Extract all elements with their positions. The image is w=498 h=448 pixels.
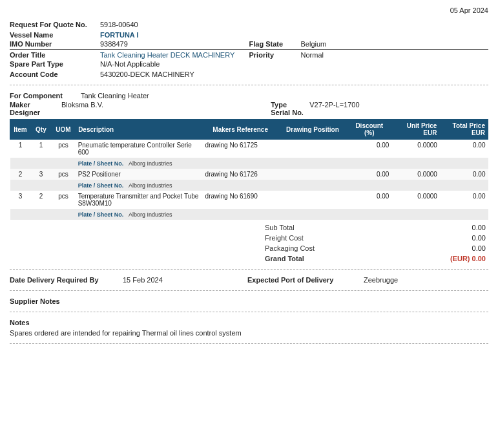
cell-desc: Temperature Transmitter and Pocket Tube … <box>76 191 203 209</box>
order-label: Order Title <box>10 51 100 59</box>
grand-total-row: Grand Total (EUR) 0.00 <box>262 253 488 264</box>
plate-value: Alborg Industries <box>129 211 172 218</box>
cell-item: 1 <box>10 140 31 158</box>
notes-section: Notes Spares ordered are intended for re… <box>10 319 488 337</box>
cell-drawpos <box>278 140 347 158</box>
priority-value: Normal <box>301 51 489 59</box>
table-row: 1 1 pcs Pneumatic temperature Controller… <box>10 140 488 158</box>
cell-desc: Pneumatic temperature Controller Serie 6… <box>76 140 203 158</box>
flag-value: Belgium <box>301 40 489 48</box>
cell-qty: 3 <box>30 169 51 180</box>
port-value: Zeebrugge <box>364 276 488 284</box>
flag-label: Flag State <box>249 40 301 48</box>
col-header-unitprice: Unit Price EUR <box>391 120 440 140</box>
supplier-notes-value <box>123 297 488 305</box>
maker-value: Bloksma B.V. <box>61 101 271 109</box>
cell-uom: pcs <box>51 140 75 158</box>
plate-value: Alborg Industries <box>129 182 172 189</box>
subtotal-value: 0.00 <box>472 224 486 231</box>
account-label: Account Code <box>10 70 100 78</box>
serial-label: Serial No. <box>271 109 309 116</box>
cell-totalprice: 0.00 <box>440 140 488 158</box>
notes-text: Spares ordered are intended for repairin… <box>10 329 488 337</box>
packaging-value: 0.00 <box>472 244 486 252</box>
rfq-value: 5918-00640 <box>100 21 488 28</box>
table-sub-row: Plate / Sheet No. Alborg Industries <box>10 158 488 169</box>
priority-label: Priority <box>249 51 301 59</box>
col-header-discount: Discount (%) <box>347 120 391 140</box>
for-component-value: Tank Cleaning Heater <box>81 92 488 100</box>
packaging-row: Packaging Cost 0.00 <box>262 243 488 253</box>
header-section: Request For Quote No. 5918-00640 Vessel … <box>10 19 488 80</box>
port-label: Expected Port of Delivery <box>247 276 364 284</box>
spare-label: Spare Part Type <box>10 60 100 68</box>
items-table: Item Qty UOM Description Makers Referenc… <box>10 119 488 220</box>
totals-section: Sub Total 0.00 Freight Cost 0.00 Packagi… <box>10 222 488 264</box>
cell-unitprice: 0.0000 <box>391 140 440 158</box>
col-header-item: Item <box>10 120 31 140</box>
spare-value: N/A-Not Applicable <box>100 60 488 68</box>
cell-qty: 1 <box>30 140 51 158</box>
cell-item: 3 <box>10 191 31 209</box>
imo-value: 9388479 <box>100 40 249 48</box>
plate-info: Plate / Sheet No. Alborg Industries <box>76 158 278 169</box>
cell-drawpos <box>278 191 347 209</box>
order-value: Tank Cleaning Heater DECK MACHINERY <box>100 51 249 59</box>
cell-uom: pcs <box>51 191 75 209</box>
packaging-label: Packaging Cost <box>265 244 315 252</box>
maker-label: Maker <box>10 101 61 109</box>
table-sub-row: Plate / Sheet No. Alborg Industries <box>10 209 488 220</box>
designer-label: Designer <box>10 109 61 116</box>
col-header-desc: Description <box>76 120 203 140</box>
imo-label: IMO Number <box>10 40 100 48</box>
serial-value <box>309 109 488 116</box>
col-header-mkref: Makers Reference <box>203 120 278 140</box>
plate-label: Plate / Sheet No. <box>78 211 127 218</box>
plate-info: Plate / Sheet No. Alborg Industries <box>76 209 278 220</box>
cell-discount: 0.00 <box>347 169 391 180</box>
document-date: 05 Apr 2024 <box>10 6 488 14</box>
freight-value: 0.00 <box>472 234 486 242</box>
cell-mkref: drawing No 61726 <box>203 169 278 180</box>
cell-discount: 0.00 <box>347 140 391 158</box>
footer-section: Date Delivery Required By 15 Feb 2024 Ex… <box>10 275 488 285</box>
table-row: 3 2 pcs Temperature Transmitter and Pock… <box>10 191 488 209</box>
col-header-totalprice: Total Price EUR <box>440 120 488 140</box>
subtotal-label: Sub Total <box>265 224 295 231</box>
cell-mkref: drawing No 61725 <box>203 140 278 158</box>
for-component-label: For Component <box>10 92 81 100</box>
delivery-label: Date Delivery Required By <box>10 276 123 284</box>
component-section: For Component Tank Cleaning Heater Maker… <box>10 91 488 116</box>
cell-item: 2 <box>10 169 31 180</box>
col-header-uom: UOM <box>51 120 75 140</box>
cell-uom: pcs <box>51 169 75 180</box>
rfq-label: Request For Quote No. <box>10 21 100 28</box>
vessel-value: FORTUNA I <box>100 31 488 39</box>
cell-unitprice: 0.0000 <box>391 169 440 180</box>
plate-label: Plate / Sheet No. <box>78 160 127 167</box>
grand-total-value: (EUR) 0.00 <box>450 255 486 262</box>
delivery-value: 15 Feb 2024 <box>123 276 247 284</box>
cell-unitprice: 0.0000 <box>391 191 440 209</box>
plate-label: Plate / Sheet No. <box>78 182 127 189</box>
table-sub-row: Plate / Sheet No. Alborg Industries <box>10 180 488 191</box>
account-value: 5430200-DECK MACHINERY <box>100 70 488 78</box>
cell-totalprice: 0.00 <box>440 191 488 209</box>
cell-totalprice: 0.00 <box>440 169 488 180</box>
col-header-drawpos: Drawing Position <box>278 120 347 140</box>
freight-row: Freight Cost 0.00 <box>262 233 488 243</box>
notes-title: Notes <box>10 319 488 326</box>
plate-info: Plate / Sheet No. Alborg Industries <box>76 180 278 191</box>
supplier-notes-section: Supplier Notes <box>10 296 488 306</box>
freight-label: Freight Cost <box>265 234 304 242</box>
cell-drawpos <box>278 169 347 180</box>
supplier-notes-label: Supplier Notes <box>10 297 123 305</box>
table-row: 2 3 pcs PS2 Positioner drawing No 61726 … <box>10 169 488 180</box>
col-header-qty: Qty <box>30 120 51 140</box>
grand-total-label: Grand Total <box>265 255 304 262</box>
plate-value: Alborg Industries <box>129 160 172 167</box>
type-label: Type <box>271 101 309 109</box>
designer-value <box>61 109 271 116</box>
cell-mkref: drawing No 61690 <box>203 191 278 209</box>
subtotal-row: Sub Total 0.00 <box>262 222 488 233</box>
